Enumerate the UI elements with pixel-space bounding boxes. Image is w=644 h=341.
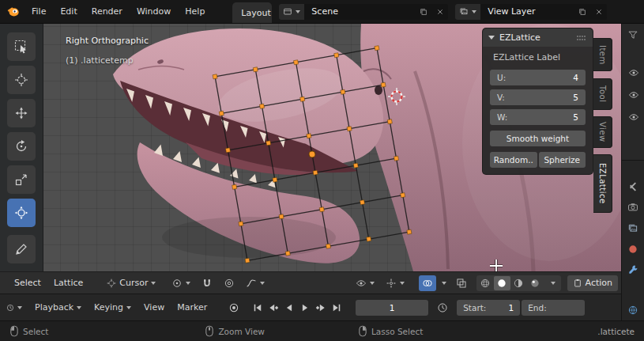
close-icon <box>435 7 445 17</box>
overlays-toggle[interactable] <box>419 275 436 291</box>
visibility-dropdown[interactable] <box>352 275 378 291</box>
properties-tab-output[interactable] <box>627 223 638 234</box>
mouse-left-icon <box>9 325 19 337</box>
cursor-pivot-icon <box>107 278 116 288</box>
scene-new-button[interactable] <box>415 4 431 20</box>
tab-tool[interactable]: Tool <box>593 78 612 110</box>
overlays-dropdown[interactable] <box>437 275 448 291</box>
playback-menu[interactable]: Playback <box>28 302 88 313</box>
tool-scale-button[interactable] <box>7 165 36 194</box>
gizmos-dropdown[interactable] <box>382 275 408 291</box>
scene-name-field[interactable]: Scene <box>304 6 415 17</box>
auto-keying-toggle[interactable] <box>226 300 242 315</box>
status-bar: Select Zoom View Lasso Select .latticete <box>0 320 644 341</box>
annotate-icon <box>14 242 28 256</box>
tab-ezlattice[interactable]: EZLattice <box>593 154 612 213</box>
play-reverse-icon <box>284 302 295 313</box>
jump-end-icon <box>331 302 342 313</box>
previous-keyframe-button[interactable] <box>266 300 281 315</box>
properties-tab-tool[interactable] <box>627 181 638 192</box>
view-layer-unlink-button[interactable] <box>590 4 607 20</box>
panel-header[interactable]: EZLattice <box>483 28 593 47</box>
tool-move-button[interactable] <box>7 99 36 127</box>
panel-collapse-icon <box>488 36 495 40</box>
lattice-menu[interactable]: Lattice <box>47 278 89 288</box>
w-field[interactable]: W: 5 <box>490 109 586 125</box>
next-keyframe-button[interactable] <box>313 300 329 315</box>
filter-icon[interactable] <box>627 29 638 40</box>
u-field[interactable]: U: 4 <box>490 70 586 85</box>
view-layer-browse-button[interactable] <box>455 4 480 20</box>
hint-select: Select <box>9 325 48 337</box>
viewport-header: Select Lattice Cursor Action <box>0 271 621 294</box>
play-button[interactable] <box>297 300 313 315</box>
pivot-point-dropdown[interactable]: Cursor <box>104 275 159 291</box>
properties-tab-render[interactable] <box>627 202 638 213</box>
xray-icon <box>456 278 467 289</box>
marker-menu[interactable]: Marker <box>171 302 213 313</box>
scene-unlink-button[interactable] <box>431 4 448 20</box>
random-button[interactable]: Random.. <box>490 152 537 168</box>
jump-start-icon <box>252 302 263 313</box>
tool-annotate-button[interactable] <box>7 235 36 263</box>
smooth-weight-button[interactable]: Smooth weight <box>490 131 586 146</box>
select-menu[interactable]: Select <box>8 278 47 288</box>
properties-tab-world[interactable] <box>627 244 638 255</box>
frame-start-field[interactable]: Start: 1 <box>457 300 520 316</box>
frame-end-field[interactable]: End: <box>522 300 585 316</box>
play-reverse-button[interactable] <box>281 300 297 315</box>
xray-toggle[interactable] <box>453 275 470 291</box>
shading-dropdown[interactable] <box>544 276 560 290</box>
hint-lasso-select: Lasso Select <box>358 325 423 337</box>
box-select-icon <box>14 40 28 54</box>
properties-tab-physics[interactable] <box>627 305 638 316</box>
view-menu[interactable]: View <box>137 302 171 313</box>
properties-tab-modifiers[interactable] <box>627 264 638 275</box>
visibility-eye-toggle[interactable] <box>628 67 639 78</box>
view-layer-icon <box>459 7 469 17</box>
visibility-eye-toggle[interactable] <box>628 89 639 100</box>
menu-render[interactable]: Render <box>85 0 130 24</box>
viewport-3d[interactable]: Right Orthographic (1) .latticetemp EZLa… <box>0 24 621 271</box>
falloff-dropdown[interactable] <box>243 275 268 291</box>
current-frame-field[interactable]: 1 <box>356 300 428 316</box>
shading-material-button[interactable] <box>510 276 527 290</box>
menu-help[interactable]: Help <box>178 0 212 24</box>
proportional-editing-toggle[interactable] <box>220 275 238 291</box>
view-layer-name-field[interactable]: View Layer <box>480 6 574 17</box>
v-field[interactable]: V: 5 <box>490 89 586 105</box>
menu-edit[interactable]: Edit <box>53 0 84 24</box>
workspace-tab-layout[interactable]: Layout <box>232 2 272 23</box>
shading-wireframe-button[interactable] <box>477 276 494 290</box>
spherize-button[interactable]: Spherize <box>539 152 586 168</box>
menu-window[interactable]: Window <box>130 0 178 24</box>
editor-type-dropdown[interactable] <box>6 300 22 315</box>
shading-mode-group <box>476 275 561 291</box>
scene-icon <box>283 7 292 17</box>
prev-keyframe-icon <box>268 302 279 313</box>
tool-cursor-button[interactable] <box>7 66 36 94</box>
action-editor-button[interactable]: Action <box>567 275 618 291</box>
shading-solid-button[interactable] <box>494 276 510 290</box>
tool-rotate-button[interactable] <box>7 132 36 161</box>
jump-to-end-button[interactable] <box>329 300 345 315</box>
visibility-eye-toggle[interactable] <box>628 112 639 123</box>
keying-menu[interactable]: Keying <box>88 302 137 313</box>
tab-item[interactable]: Item <box>593 38 612 71</box>
tab-view[interactable]: View <box>593 116 612 148</box>
tool-transform-button[interactable] <box>7 199 36 227</box>
copy-icon <box>578 7 587 17</box>
snap-target-dropdown[interactable] <box>168 275 194 291</box>
preview-range-toggle[interactable] <box>435 300 450 315</box>
jump-to-start-button[interactable] <box>250 300 266 315</box>
scene-browse-button[interactable] <box>279 4 304 20</box>
action-label: Action <box>586 278 612 288</box>
tool-box-select-button[interactable] <box>7 32 36 61</box>
shading-rendered-button[interactable] <box>527 276 544 290</box>
clipboard-icon <box>573 278 582 288</box>
mouse-right-icon <box>358 325 367 337</box>
blender-menu-button[interactable] <box>0 0 24 23</box>
view-layer-new-button[interactable] <box>574 4 590 20</box>
menu-file[interactable]: File <box>24 0 53 24</box>
snap-toggle[interactable] <box>198 275 216 291</box>
